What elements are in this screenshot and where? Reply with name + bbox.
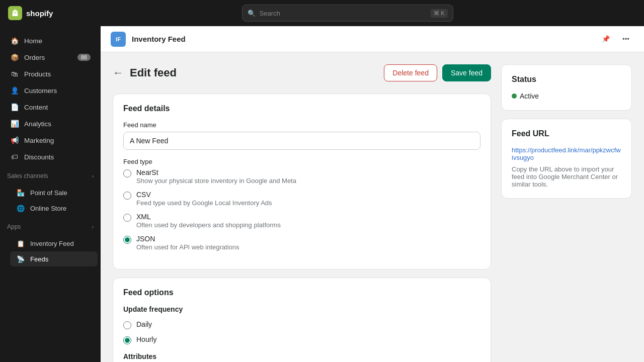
status-card: Status Active	[501, 64, 632, 111]
delete-feed-button[interactable]: Delete feed	[384, 64, 437, 81]
frequency-radio-group: Daily Hourly	[123, 320, 480, 344]
shopify-logo-icon	[8, 6, 22, 20]
nearst-label: NearSt	[136, 168, 296, 176]
sidebar-item-label: Point of Sale	[30, 189, 67, 197]
update-frequency-group: Update frequency Daily	[123, 305, 480, 344]
feed-type-nearst[interactable]: NearSt Show your physical store inventor…	[123, 168, 480, 185]
nearst-radio[interactable]	[123, 169, 131, 177]
feed-type-csv[interactable]: CSV Feed type used by Google Local Inven…	[123, 191, 480, 207]
status-label: Active	[520, 92, 539, 100]
content-icon: 📄	[10, 103, 19, 112]
app-icon-letters: IF	[116, 36, 121, 42]
daily-label: Daily	[136, 320, 152, 328]
sidebar-item-products[interactable]: 🛍 Products	[3, 66, 98, 82]
search-placeholder: Search	[260, 10, 280, 17]
analytics-icon: 📊	[10, 119, 19, 128]
sidebar-item-label: Feeds	[30, 255, 48, 263]
sales-channels-section: 🏪 Point of Sale 🌐 Online Store	[0, 183, 101, 218]
sidebar-item-label: Customers	[24, 87, 57, 95]
status-value: Active	[512, 92, 621, 100]
apps-expand-icon: ›	[92, 224, 94, 230]
feed-url-desc: Copy the URL above to import your feed i…	[512, 165, 621, 188]
home-icon: 🏠	[10, 36, 19, 45]
sidebar-item-customers[interactable]: 👤 Customers	[3, 82, 98, 99]
status-card-title: Status	[512, 75, 621, 84]
page-header: ← Edit feed Delete feed Save feed	[113, 64, 491, 81]
app-header: IF Inventory Feed 📌 •••	[101, 26, 644, 52]
apps-section-header[interactable]: Apps ›	[0, 220, 101, 233]
csv-label: CSV	[136, 191, 272, 199]
sidebar-item-point-of-sale[interactable]: 🏪 Point of Sale	[10, 185, 98, 200]
frequency-daily[interactable]: Daily	[123, 320, 480, 329]
sidebar-item-discounts[interactable]: 🏷 Discounts	[3, 149, 98, 165]
page-header-left: ← Edit feed	[113, 66, 177, 79]
sidebar-item-label: Home	[24, 37, 42, 45]
csv-radio[interactable]	[123, 192, 131, 200]
sidebar-item-label: Content	[24, 104, 48, 111]
sidebar-nav-section: 🏠 Home 📦 Orders 88 🛍 Products 👤 Customer…	[0, 30, 101, 167]
feed-type-json[interactable]: JSON Often used for API web integrations	[123, 235, 480, 251]
shopify-logo-text: shopify	[26, 9, 53, 18]
json-radio[interactable]	[123, 236, 131, 244]
back-button[interactable]: ←	[113, 66, 124, 79]
main: IF Inventory Feed 📌 ••• ← Edit feed Dele…	[101, 26, 644, 362]
frequency-hourly[interactable]: Hourly	[123, 335, 480, 344]
sidebar: 🏠 Home 📦 Orders 88 🛍 Products 👤 Customer…	[0, 26, 101, 362]
xml-radio[interactable]	[123, 214, 131, 222]
status-dot	[512, 94, 517, 99]
feed-name-input[interactable]	[123, 132, 480, 150]
json-label: JSON	[136, 235, 239, 243]
sidebar-item-online-store[interactable]: 🌐 Online Store	[10, 201, 98, 216]
feed-details-card: Feed details Feed name Feed type NearSt	[113, 94, 491, 269]
pos-icon: 🏪	[16, 188, 25, 197]
feeds-icon: 📡	[16, 254, 25, 263]
sidebar-item-label: Analytics	[24, 120, 51, 128]
daily-radio[interactable]	[123, 321, 131, 329]
orders-icon: 📦	[10, 53, 19, 62]
page-title: Edit feed	[130, 66, 177, 79]
sidebar-item-analytics[interactable]: 📊 Analytics	[3, 116, 98, 132]
sidebar-item-label: Marketing	[24, 137, 54, 144]
sidebar-item-marketing[interactable]: 📢 Marketing	[3, 132, 98, 148]
sales-channels-label: Sales channels	[7, 172, 48, 179]
sidebar-item-content[interactable]: 📄 Content	[3, 99, 98, 115]
feed-type-xml[interactable]: XML Often used by developers and shoppin…	[123, 213, 480, 229]
more-button[interactable]: •••	[618, 31, 634, 47]
products-icon: 🛍	[10, 69, 19, 78]
search-icon: 🔍	[248, 10, 256, 17]
pin-button[interactable]: 📌	[598, 31, 614, 47]
hourly-radio[interactable]	[123, 336, 131, 344]
feed-url-link[interactable]: https://productfeed.link/mar/ppkzwcfwivs…	[512, 146, 621, 161]
sidebar-item-inventory-feed[interactable]: 📋 Inventory Feed	[10, 236, 98, 251]
csv-desc: Feed type used by Google Local Inventory…	[136, 199, 272, 207]
sidebar-item-feeds[interactable]: 📡 Feeds	[10, 251, 98, 266]
marketing-icon: 📢	[10, 136, 19, 145]
orders-badge: 88	[77, 54, 91, 61]
feed-type-label: Feed type	[123, 158, 480, 165]
sidebar-item-orders[interactable]: 📦 Orders 88	[3, 49, 98, 65]
shopify-bag-icon	[11, 9, 20, 18]
nearst-desc: Show your physical store inventory in Go…	[136, 177, 296, 185]
content-area: ← Edit feed Delete feed Save feed Feed d…	[101, 52, 644, 362]
search-shortcut: ⌘ K	[431, 9, 447, 18]
page-header-right: Delete feed Save feed	[384, 64, 491, 81]
store-icon: 🌐	[16, 204, 25, 213]
sidebar-item-label: Products	[24, 70, 51, 78]
shopify-logo: shopify	[8, 6, 53, 20]
content-main: ← Edit feed Delete feed Save feed Feed d…	[113, 64, 491, 350]
search-bar[interactable]: 🔍 Search ⌘ K	[242, 5, 453, 22]
save-feed-button[interactable]: Save feed	[442, 64, 491, 81]
update-frequency-label: Update frequency	[123, 305, 480, 313]
sales-channels-section-header[interactable]: Sales channels ›	[0, 169, 101, 183]
attributes-label: Attributes	[123, 352, 480, 360]
apps-section: 📋 Inventory Feed 📡 Feeds	[0, 233, 101, 269]
app-header-actions: 📌 •••	[598, 31, 634, 47]
topbar: shopify 🔍 Search ⌘ K	[0, 0, 644, 26]
content-side: Status Active Feed URL https://productfe…	[501, 64, 632, 350]
feed-options-title: Feed options	[123, 288, 480, 297]
xml-desc: Often used by developers and shopping pl…	[136, 221, 281, 229]
feed-type-radio-group: NearSt Show your physical store inventor…	[123, 168, 480, 251]
sidebar-item-home[interactable]: 🏠 Home	[3, 33, 98, 49]
feed-details-title: Feed details	[123, 104, 480, 113]
sales-channels-expand-icon: ›	[92, 173, 94, 179]
